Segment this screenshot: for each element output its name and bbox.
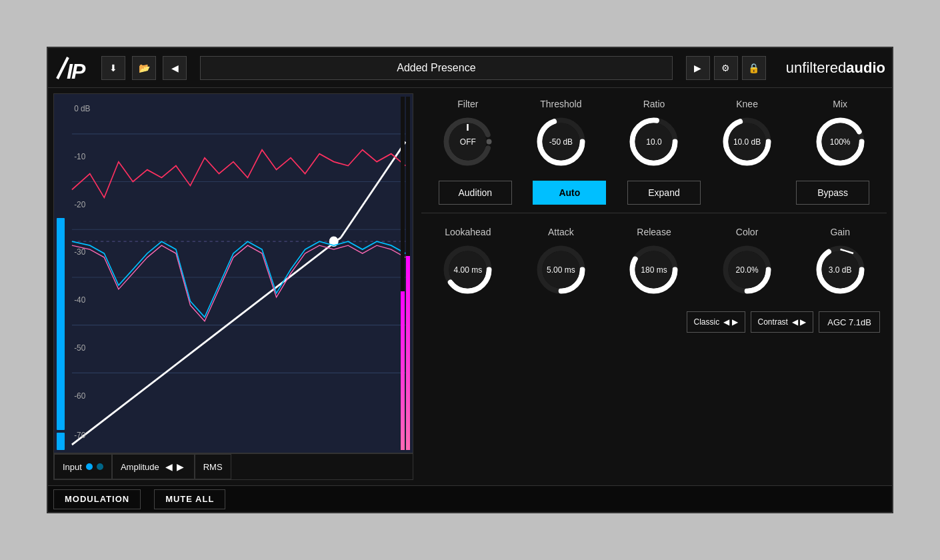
ratio-group: Ratio 10.0 (614, 99, 694, 170)
main-content: 0 dB -10 -20 -30 -40 -50 -60 -70 (48, 88, 892, 485)
load-button[interactable]: ⬇ (101, 56, 125, 80)
gain-knob[interactable]: 3.0 dB (812, 241, 869, 298)
footer: MODULATION MUTE ALL (48, 485, 892, 512)
mix-group: Mix 100% (800, 99, 880, 170)
brand: unfilteredaudio (786, 59, 885, 77)
bottom-controls: Input Amplitude ◀ ▶ RMS (53, 453, 413, 480)
release-group: Release 180 ms (614, 227, 694, 298)
knobs-row-1: Filter OFF Threshold (421, 93, 887, 175)
rms-label: RMS (203, 462, 223, 472)
color-value: 20.0% (736, 265, 759, 275)
filter-knob[interactable]: OFF (439, 113, 496, 170)
amp-left-arrow[interactable]: ◀ (163, 461, 175, 472)
agc-button[interactable]: AGC 7.1dB (819, 311, 880, 333)
knee-group: Knee 10.0 dB (707, 99, 787, 170)
attack-knob[interactable]: 5.00 ms (533, 241, 589, 298)
lookahead-group: Lookahead 4.00 ms (428, 227, 508, 298)
gain-label: Gain (830, 227, 850, 237)
mix-knob[interactable]: 100% (812, 113, 869, 170)
attack-label: Attack (548, 227, 574, 237)
lookahead-label: Lookahead (445, 227, 491, 237)
filter-label: Filter (457, 99, 478, 109)
bypass-button[interactable]: Bypass (796, 181, 869, 205)
filter-group: Filter OFF (428, 99, 508, 170)
modulation-button[interactable]: MODULATION (53, 489, 141, 509)
divider (421, 213, 887, 213)
collapse-button[interactable]: ◀ (163, 56, 187, 80)
brand-bold: audio (846, 59, 885, 76)
left-panel: 0 dB -10 -20 -30 -40 -50 -60 -70 (53, 93, 413, 480)
preset-name: Added Presence (200, 56, 673, 80)
color-group: Color 20.0% (707, 227, 787, 298)
amplitude-arrows: ◀ ▶ (163, 461, 186, 472)
attack-group: Attack 5.00 ms (521, 227, 601, 298)
classic-label: Classic (694, 317, 720, 327)
threshold-label: Threshold (540, 99, 581, 109)
svg-text:-40: -40 (74, 295, 85, 305)
lock-button[interactable]: 🔒 (742, 56, 766, 80)
svg-line-9 (72, 237, 341, 445)
agc-label: AGC 7.1dB (827, 317, 871, 327)
filter-value: OFF (460, 137, 476, 147)
header: IP ⬇ 📂 ◀ Added Presence ▶ ⚙ 🔒 unfiltered… (48, 48, 892, 88)
knobs-row-2: Lookahead 4.00 ms Attack (421, 221, 887, 303)
classic-selector[interactable]: Classic ◀ ▶ (687, 311, 745, 333)
graph-area: 0 dB -10 -20 -30 -40 -50 -60 -70 (53, 93, 413, 453)
graph-svg: 0 dB -10 -20 -30 -40 -50 -60 -70 (54, 94, 413, 453)
knee-value: 10.0 dB (733, 137, 761, 147)
mute-all-label: MUTE ALL (165, 494, 214, 504)
plugin-container: IP ⬇ 📂 ◀ Added Presence ▶ ⚙ 🔒 unfiltered… (47, 47, 893, 513)
auto-button[interactable]: Auto (533, 181, 606, 205)
svg-line-10 (341, 142, 405, 237)
knee-label: Knee (736, 99, 758, 109)
release-label: Release (637, 227, 671, 237)
logo: IP (55, 55, 88, 81)
contrast-label: Contrast (758, 317, 788, 327)
input-label: Input (63, 462, 82, 472)
attack-value: 5.00 ms (547, 265, 575, 275)
amp-right-arrow[interactable]: ▶ (175, 461, 186, 472)
threshold-knob[interactable]: -50 dB (533, 113, 589, 170)
brand-light: unfiltered (786, 59, 847, 76)
amplitude-button[interactable]: Amplitude ◀ ▶ (112, 454, 195, 479)
mix-value: 100% (830, 137, 851, 147)
bottom-selectors-row: Classic ◀ ▶ Contrast ◀ ▶ AGC 7.1dB (421, 309, 887, 335)
save-button[interactable]: 📂 (132, 56, 156, 80)
expand-button[interactable]: Expand (627, 181, 701, 205)
svg-text:-10: -10 (74, 151, 85, 161)
release-value: 180 ms (641, 265, 667, 275)
rms-button[interactable]: RMS (195, 454, 231, 479)
svg-text:-50: -50 (74, 343, 85, 353)
svg-text:-30: -30 (74, 247, 85, 257)
svg-text:-20: -20 (74, 199, 85, 209)
forward-button[interactable]: ▶ (686, 56, 710, 80)
svg-text:-60: -60 (74, 391, 85, 401)
input-button[interactable]: Input (54, 454, 112, 479)
svg-text:IP: IP (67, 59, 86, 81)
release-knob[interactable]: 180 ms (625, 241, 682, 298)
threshold-group: Threshold -50 dB (521, 99, 601, 170)
ratio-label: Ratio (643, 99, 665, 109)
settings-button[interactable]: ⚙ (714, 56, 738, 80)
threshold-value: -50 dB (549, 137, 573, 147)
audition-button[interactable]: Audition (439, 181, 512, 205)
mix-label: Mix (833, 99, 847, 109)
right-panel: Filter OFF Threshold (421, 93, 887, 480)
contrast-selector[interactable]: Contrast ◀ ▶ (751, 311, 814, 333)
lookahead-value: 4.00 ms (453, 265, 482, 275)
ratio-knob[interactable]: 10.0 (625, 113, 682, 170)
buttons-row-1: Audition Auto Expand Bypass (421, 181, 887, 205)
mute-all-button[interactable]: MUTE ALL (154, 489, 225, 509)
color-knob[interactable]: 20.0% (719, 241, 775, 298)
ratio-value: 10.0 (646, 137, 661, 147)
dot-2 (97, 463, 103, 470)
color-label: Color (736, 227, 758, 237)
lookahead-knob[interactable]: 4.00 ms (439, 241, 496, 298)
contrast-arrows: ◀ ▶ (792, 317, 806, 327)
svg-text:-70: -70 (74, 431, 85, 441)
dot-1 (86, 463, 93, 470)
gain-group: Gain 3.0 dB (800, 227, 880, 298)
modulation-label: MODULATION (65, 494, 129, 504)
knee-knob[interactable]: 10.0 dB (719, 113, 775, 170)
gain-value: 3.0 dB (829, 265, 852, 275)
